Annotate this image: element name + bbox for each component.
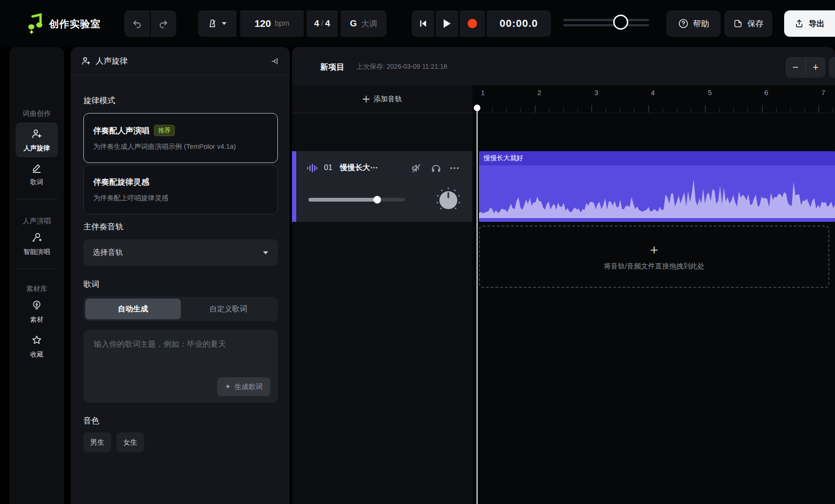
sidebar-item-lyrics[interactable]: 歌词	[16, 162, 58, 187]
user-plus-icon	[81, 56, 91, 66]
lyrics-tabs: 自动生成 自定义歌词	[83, 297, 278, 321]
play-button[interactable]	[436, 10, 458, 37]
plus-icon: +	[650, 243, 658, 257]
zoom-out-button[interactable]: −	[786, 57, 805, 78]
star-icon	[31, 334, 42, 346]
clip-waveform-area	[479, 165, 835, 222]
mute-icon[interactable]	[411, 163, 422, 174]
ruler-beat-tick	[634, 108, 634, 113]
add-track-label: 添加音轨	[374, 95, 402, 104]
bpm-value: 120	[254, 18, 271, 29]
more-options-icon[interactable]	[449, 164, 460, 172]
time-signature-field[interactable]: 4 / 4	[307, 10, 338, 37]
voice-option-male[interactable]: 男生	[83, 432, 111, 452]
generate-lyrics-button[interactable]: ✦ 生成歌词	[217, 377, 270, 396]
key-field[interactable]: G 大调	[340, 10, 387, 37]
redo-icon	[158, 18, 169, 29]
user-plus-icon	[31, 128, 42, 139]
collapse-panel-icon[interactable]	[271, 57, 280, 66]
track-header[interactable]: 01 慢慢长大⋯	[292, 151, 472, 222]
track-select-value: 选择音轨	[93, 248, 123, 258]
sidebar-item-label: 歌词	[16, 178, 58, 187]
time-signature-slash: /	[321, 19, 324, 28]
sidebar-item-favorites[interactable]: 收藏	[16, 334, 58, 359]
save-button[interactable]: 保存	[724, 10, 772, 37]
playhead-handle[interactable]	[474, 105, 480, 111]
chevron-down-icon	[222, 22, 227, 25]
ruler-beat-tick	[790, 108, 791, 113]
arrangement-area: 新项目 上次保存: 2026-03-09 11:21:16 − + 添加音轨 0…	[292, 47, 835, 504]
card-description: 为伴奏生成人声词曲演唱示例 (TemPolor v4.1a)	[93, 142, 268, 151]
record-icon	[467, 18, 478, 29]
drop-zone-hint: 将音轨/音频文件直接拖拽到此处	[604, 262, 705, 271]
vocal-melody-panel: 人声旋律 旋律模式 伴奏配人声演唱 推荐 为伴奏生成人声词曲演唱示例 (TemP…	[71, 47, 290, 504]
volume-slider-handle[interactable]	[613, 15, 628, 30]
voice-option-female[interactable]: 女生	[116, 432, 144, 452]
time-signature-numerator: 4	[314, 18, 319, 29]
add-track-button[interactable]: 添加音轨	[292, 85, 472, 113]
ruler-beat-tick	[833, 108, 833, 113]
top-bar: 创作实验室 120 bpm 4 / 4	[0, 0, 835, 47]
pan-knob[interactable]	[436, 187, 461, 212]
track-color-stripe	[292, 151, 296, 222]
voice-label: 音色	[83, 415, 99, 426]
headphones-solo-icon[interactable]	[430, 163, 442, 174]
melody-mode-card-inspiration[interactable]: 伴奏配旋律灵感 为伴奏配上哼唱旋律灵感	[83, 165, 278, 214]
export-icon	[794, 19, 804, 28]
timeline-ruler[interactable]: 1 2 3 4 5 6 7	[472, 85, 835, 113]
undo-icon	[132, 18, 142, 29]
clip-title-bar: 慢慢长大就好	[479, 151, 835, 165]
waveform-graphic	[479, 165, 835, 222]
melody-mode-card-vocal[interactable]: 伴奏配人声演唱 推荐 为伴奏生成人声词曲演唱示例 (TemPolor v4.1a…	[83, 113, 278, 163]
master-volume-slider[interactable]	[563, 18, 649, 29]
melody-mode-label: 旋律模式	[83, 95, 115, 106]
audio-clip[interactable]: 慢慢长大就好	[479, 151, 835, 222]
plus-icon	[363, 96, 370, 103]
lightbulb-bolt-icon	[31, 300, 42, 311]
ruler-bar-number: 7	[821, 89, 825, 97]
help-button[interactable]: 帮助	[666, 10, 721, 37]
card-title: 伴奏配旋律灵感	[93, 177, 149, 187]
sidebar-item-label: 素材	[16, 316, 58, 324]
record-button[interactable]	[460, 10, 485, 37]
export-button[interactable]: 导出	[784, 10, 835, 37]
sparkle-icon: ✦	[225, 382, 231, 391]
track-drop-zone[interactable]: + 将音轨/音频文件直接拖拽到此处	[479, 226, 829, 288]
lyrics-topic-textarea[interactable]: 输入你的歌词主题，例如：毕业的夏天 ✦ 生成歌词	[83, 330, 278, 403]
ruler-beat-tick	[719, 108, 720, 113]
recommended-badge: 推荐	[154, 125, 175, 136]
sidebar-item-vocal-melody[interactable]: 人声旋律	[16, 122, 58, 157]
play-icon	[443, 19, 451, 28]
sidebar-section-vocal-singing: 人声演唱	[9, 217, 64, 226]
redo-button[interactable]	[151, 10, 176, 37]
project-name[interactable]: 新项目	[320, 62, 344, 73]
accompaniment-track-label: 主伴奏音轨	[83, 221, 123, 232]
volume-slider-track-top	[563, 19, 649, 21]
edge-cutoff-button[interactable]	[829, 57, 835, 78]
sidebar-item-materials[interactable]: 素材	[16, 300, 58, 324]
track-volume-slider[interactable]	[308, 196, 405, 203]
timeline[interactable]: 1 2 3 4 5 6 7 慢慢长大就好 + 将音轨/音频文件直接拖拽到此处	[472, 85, 835, 504]
ruler-bar-tick	[649, 105, 649, 113]
bpm-field[interactable]: 120 bpm	[240, 10, 304, 37]
tab-auto-generate[interactable]: 自动生成	[85, 299, 181, 319]
help-icon	[678, 18, 689, 29]
tab-custom-lyrics[interactable]: 自定义歌词	[181, 299, 276, 319]
sidebar-item-smart-singing[interactable]: 智能演唱	[16, 232, 58, 256]
ruler-bar-number: 2	[537, 89, 541, 97]
undo-button[interactable]	[124, 10, 150, 37]
rewind-button[interactable]	[412, 10, 434, 37]
sidebar-item-label: 收藏	[16, 350, 58, 359]
track-name[interactable]: 慢慢长大⋯	[340, 163, 378, 173]
track-select-dropdown[interactable]: 选择音轨	[83, 239, 278, 266]
generate-lyrics-label: 生成歌词	[235, 382, 263, 391]
track-volume-handle[interactable]	[373, 196, 381, 203]
ruler-beat-tick	[577, 108, 578, 113]
ruler-beat-tick	[549, 108, 550, 113]
card-description: 为伴奏配上哼唱旋律灵感	[93, 194, 268, 203]
export-label: 导出	[809, 18, 825, 29]
metronome-button[interactable]	[198, 10, 236, 37]
ruler-bar-number: 4	[651, 89, 655, 97]
lyrics-label: 歌词	[83, 279, 99, 290]
zoom-in-button[interactable]: +	[806, 57, 826, 78]
